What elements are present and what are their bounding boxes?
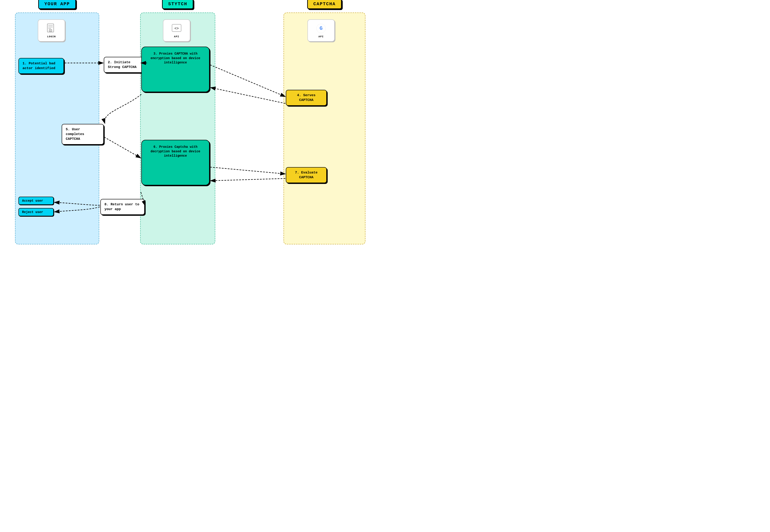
google-g-icon: G xyxy=(316,23,327,34)
captcha-api-icon-card: G API xyxy=(307,19,335,42)
step6-box: 6. Proxies Captcha with decryption based… xyxy=(141,140,210,185)
svg-line-14 xyxy=(210,65,285,97)
captcha-api-label: API xyxy=(319,35,324,38)
col-captcha-bg xyxy=(284,13,365,244)
login-label: LOGIN xyxy=(47,35,56,38)
header-stytch: STYTCH xyxy=(162,0,194,9)
reject-user-box: Reject user xyxy=(18,208,54,216)
stytch-api-icon-card: <> API xyxy=(163,19,190,42)
svg-line-17 xyxy=(210,167,285,174)
svg-line-15 xyxy=(211,88,285,103)
login-icon xyxy=(46,23,57,34)
step8-box: 8. Return user to your app xyxy=(100,199,145,215)
svg-line-16 xyxy=(104,137,141,158)
step2-box: 2. Initiate Strong CAPTCHA xyxy=(104,57,147,73)
step4-box: 4. Serves CAPTCHA xyxy=(286,90,327,106)
step3-box: 3. Proxies CAPTCHA with encryption based… xyxy=(141,47,210,92)
step5-box: 5. User completes CAPTCHA xyxy=(62,124,104,145)
svg-text:G: G xyxy=(320,26,322,31)
diagram: YOUR APP STYTCH CAPTCHA LOGIN <> API xyxy=(10,13,375,253)
stytch-api-icon: <> xyxy=(171,23,182,34)
step7-box: 7. Evaluate CAPTCHA xyxy=(286,167,327,183)
header-your-app: YOUR APP xyxy=(38,0,76,9)
stytch-api-label: API xyxy=(174,35,179,38)
accept-user-box: Accept user xyxy=(18,197,54,205)
svg-text:<>: <> xyxy=(174,27,178,31)
step1-box: 1. Potential bad actor identified xyxy=(18,58,64,74)
svg-line-18 xyxy=(211,178,285,181)
svg-rect-5 xyxy=(50,30,51,32)
login-icon-card: LOGIN xyxy=(38,19,65,42)
header-captcha: CAPTCHA xyxy=(307,0,342,9)
